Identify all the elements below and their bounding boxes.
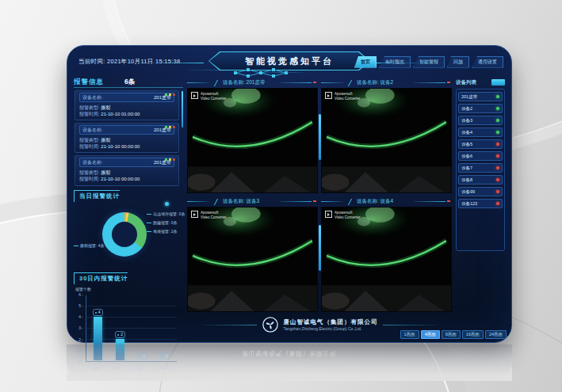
device-name: 设备99 xyxy=(461,189,475,195)
layout-button-1画面[interactable]: 1画面 xyxy=(400,330,419,339)
layout-button-24画面[interactable]: 24画面 xyxy=(485,330,507,339)
device-status-dot xyxy=(496,143,499,146)
y-axis-label: 报警个数 xyxy=(75,287,91,291)
alarm-card[interactable]: 设备名称: 201皮带报警类型: 撕裂报警时间: 21-10-10 00:00:… xyxy=(75,155,179,185)
device-row[interactable]: 设备4 xyxy=(458,127,503,137)
watermark: ApowersoftVideo Converter xyxy=(191,211,226,219)
device-list-title: 设备列表 xyxy=(456,79,476,86)
video-title: 设备名称: 201皮带 xyxy=(223,79,265,86)
video-cell[interactable]: 设备名称: 设备4 ApowersoftVideo Converter xyxy=(321,196,452,312)
watermark-line2: Video Converter xyxy=(335,215,360,219)
video-title: 设备名称: 设备4 xyxy=(357,198,393,205)
nav-tabs: 首页实时预览智能警报回放通用设置 xyxy=(354,56,505,68)
alarm-card[interactable]: 设备名称: 201皮带报警类型: 撕裂报警时间: 21-10-10 00:00:… xyxy=(75,123,179,153)
nav-tab-1[interactable]: 实时预览 xyxy=(379,56,411,68)
donut-label: 马达堵停报警: 0条 xyxy=(147,211,185,216)
watermark-line2: Video Converter xyxy=(335,97,360,101)
alarm-panel-header: 报警信息 6条 xyxy=(74,78,183,88)
alarm-card[interactable]: 设备名称: 201皮带报警类型: 撕裂报警时间: 21-10-10 01:00:… xyxy=(75,90,179,120)
video-title: 设备名称: 设备2 xyxy=(357,79,393,86)
device-status-dot xyxy=(496,202,499,205)
video-area: 设备名称: 201皮带 ApowersoftVideo Converter 设备… xyxy=(187,78,452,337)
watermark-line1: Apowersoft xyxy=(335,211,353,215)
alarm-device: 设备名称: 201皮带 xyxy=(79,158,174,167)
watermark-line1: Apowersoft xyxy=(335,92,353,96)
video-title: 设备名称: 设备3 xyxy=(223,198,259,205)
device-row[interactable]: 201皮带 xyxy=(458,92,503,101)
video-feed[interactable]: ApowersoftVideo Converter xyxy=(321,88,452,193)
video-feed[interactable]: ApowersoftVideo Converter xyxy=(187,207,318,312)
layout-button-4画面[interactable]: 4画面 xyxy=(421,330,440,339)
header-marker xyxy=(447,200,450,202)
donut-label-left: 撕裂报警: 4条 xyxy=(74,243,105,248)
video-header: 设备名称: 设备4 xyxy=(321,196,452,207)
device-status-dot xyxy=(496,166,499,169)
device-row[interactable]: 设备7 xyxy=(458,163,503,173)
alarm-device: 设备名称: 201皮带 xyxy=(79,125,174,135)
device-row[interactable]: 设备123 xyxy=(458,199,503,208)
alarm-time: 报警时间: 21-10-10 01:00:00 xyxy=(79,111,174,117)
layout-button-9画面[interactable]: 9画面 xyxy=(442,330,461,339)
video-feed[interactable]: ApowersoftVideo Converter xyxy=(187,88,318,193)
device-name: 设备123 xyxy=(461,201,477,207)
layout-button-16画面[interactable]: 16画面 xyxy=(462,330,484,339)
video-scrollbar[interactable] xyxy=(319,114,321,160)
device-name: 设备2 xyxy=(461,106,472,112)
header-marker xyxy=(313,200,316,202)
device-sidebar: 设备列表 201皮带设备2设备3设备4设备5设备6设备7设备8设备99设备123 xyxy=(456,78,505,337)
alarm-panel-title: 报警信息 xyxy=(74,78,104,87)
nav-tab-2[interactable]: 智能警报 xyxy=(413,56,445,68)
device-row[interactable]: 设备2 xyxy=(458,104,503,113)
watermark: ApowersoftVideo Converter xyxy=(325,211,360,219)
device-row[interactable]: 设备5 xyxy=(458,139,503,149)
footer-line-left xyxy=(201,325,257,325)
device-name: 设备7 xyxy=(461,166,472,171)
video-scrollbar[interactable] xyxy=(319,225,321,271)
device-status-dot xyxy=(496,95,499,98)
device-status-dot xyxy=(496,119,499,122)
alarm-indicator xyxy=(165,158,175,161)
bar-value-label: 2 xyxy=(115,331,125,338)
device-name: 设备3 xyxy=(461,118,472,124)
device-row[interactable]: 设备99 xyxy=(458,187,503,196)
nav-tab-4[interactable]: 通用设置 xyxy=(472,56,503,68)
apowersoft-icon xyxy=(191,92,198,99)
alarm-type: 报警类型: 撕裂 xyxy=(79,105,174,111)
video-cell[interactable]: 设备名称: 201皮带 ApowersoftVideo Converter xyxy=(187,78,318,193)
alarm-list-scrollbar[interactable] xyxy=(182,91,183,127)
alarm-list: 设备名称: 201皮带报警类型: 撕裂报警时间: 21-10-10 01:00:… xyxy=(74,88,183,186)
device-list-refresh-button[interactable] xyxy=(491,79,505,86)
device-status-dot xyxy=(496,107,499,110)
nav-tab-3[interactable]: 回放 xyxy=(447,56,469,68)
device-row[interactable]: 设备6 xyxy=(458,151,503,161)
device-status-dot xyxy=(496,154,499,158)
watermark-line2: Video Converter xyxy=(201,97,226,101)
donut-chart xyxy=(102,212,147,257)
device-name: 设备6 xyxy=(461,154,472,159)
video-cell[interactable]: 设备名称: 设备2 ApowersoftVideo Converter xyxy=(321,78,452,193)
device-name: 201皮带 xyxy=(461,94,477,100)
alarm-device: 设备名称: 201皮带 xyxy=(79,93,174,102)
company-logo-icon xyxy=(262,316,279,333)
device-list: 201皮带设备2设备3设备4设备5设备6设备7设备8设备99设备123 xyxy=(456,89,505,251)
watermark: ApowersoftVideo Converter xyxy=(191,92,226,101)
alarm-sidebar: 报警信息 6条 设备名称: 201皮带报警类型: 撕裂报警时间: 21-10-1… xyxy=(74,78,183,337)
device-row[interactable]: 设备3 xyxy=(458,116,503,125)
watermark-line2: Video Converter xyxy=(201,215,226,219)
daily-stats-title: 当日报警统计 xyxy=(74,190,120,202)
footer-line-right xyxy=(383,325,438,325)
apowersoft-icon xyxy=(191,211,198,218)
video-cell[interactable]: 设备名称: 设备3 ApowersoftVideo Converter xyxy=(187,196,318,312)
apowersoft-icon xyxy=(325,211,332,218)
video-feed[interactable]: ApowersoftVideo Converter xyxy=(321,207,452,312)
company-name-cn: 唐山智诚电气（集团）有限公司 xyxy=(284,318,378,326)
dashboard: 当前时间: 2021年10月11日 15:15:38 智能视觉感知平台 首页实时… xyxy=(67,45,512,343)
body: 报警信息 6条 设备名称: 201皮带报警类型: 撕裂报警时间: 21-10-1… xyxy=(74,78,505,337)
device-name: 设备4 xyxy=(461,130,472,135)
header-marker xyxy=(447,82,450,83)
title-wing-left xyxy=(151,63,204,63)
video-header: 设备名称: 设备3 xyxy=(187,196,318,207)
device-row[interactable]: 设备8 xyxy=(458,175,503,185)
alarm-type: 报警类型: 撕裂 xyxy=(79,137,174,143)
watermark: ApowersoftVideo Converter xyxy=(325,92,360,101)
